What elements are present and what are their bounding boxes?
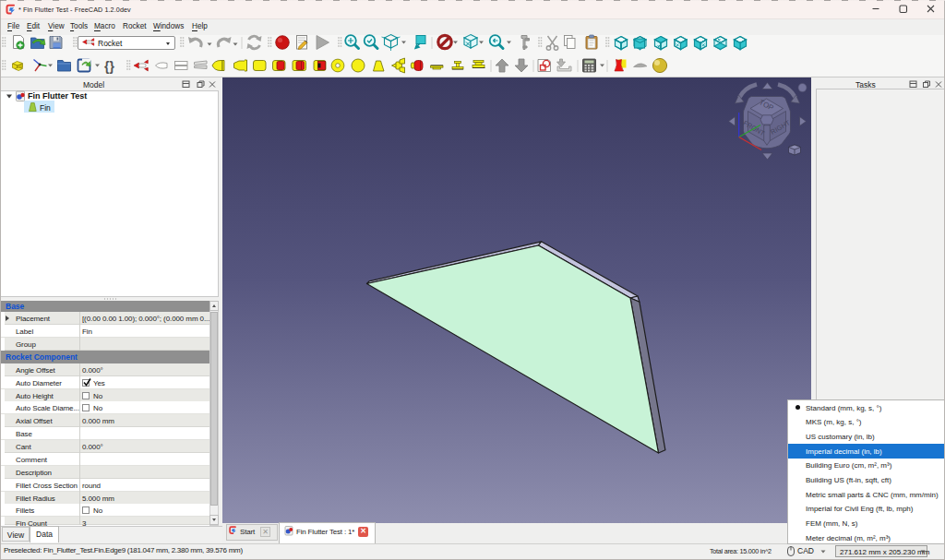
svg-text:{}: {}: [104, 59, 114, 74]
